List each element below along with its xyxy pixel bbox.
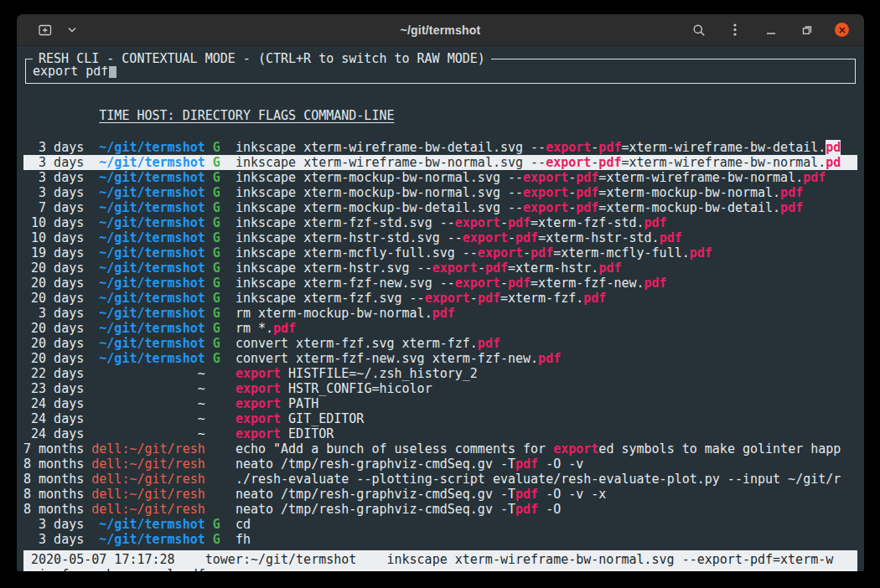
row-flag	[205, 381, 236, 396]
history-row[interactable]: 3 days ~/git/termshot G fh	[23, 532, 857, 547]
row-time: 24 days	[23, 411, 91, 426]
row-command-segment: inkscape xterm-hstr-std.svg --	[236, 230, 463, 245]
history-row[interactable]: 7 days ~/git/termshot G inkscape xterm-m…	[23, 200, 857, 215]
row-time: 8 months	[23, 502, 91, 517]
row-command-segment: export	[236, 381, 281, 396]
row-command-segment: pdf	[508, 276, 531, 291]
history-row[interactable]: 20 days ~/git/termshot G rm *.pdf	[23, 321, 857, 336]
row-time: 10 days	[23, 230, 91, 245]
row-flag: G	[205, 532, 236, 547]
history-row[interactable]: 24 days ~ export PATH	[23, 396, 857, 411]
row-host: ~/git/termshot	[91, 230, 204, 245]
row-command-segment: -	[500, 276, 508, 291]
row-flag	[205, 487, 236, 502]
history-row[interactable]: 8 months dell:~/git/resh neato /tmp/resh…	[23, 456, 857, 472]
titlebar-right-controls	[691, 22, 864, 39]
menu-button[interactable]	[727, 22, 743, 39]
row-command-segment: pdf	[598, 140, 621, 155]
minimize-button[interactable]	[763, 22, 779, 39]
row-command-segment: pdf	[538, 351, 561, 366]
history-row[interactable]: 3 days ~/git/termshot G inkscape xterm-w…	[23, 140, 857, 155]
close-button[interactable]	[835, 23, 849, 37]
row-command-segment: =xterm-wireframe-bw-normal.	[621, 155, 826, 170]
history-row[interactable]: 10 days ~/git/termshot G inkscape xterm-…	[23, 215, 857, 230]
row-command-segment: =xterm-fzf-std.	[531, 215, 644, 230]
history-list: 3 days ~/git/termshot G inkscape xterm-w…	[23, 140, 857, 547]
row-host: dell:~/git/resh	[91, 487, 204, 502]
tab-dropdown-button[interactable]	[64, 22, 80, 39]
row-command-segment: export	[546, 140, 591, 155]
row-time: 24 days	[23, 396, 91, 411]
row-flag: G	[205, 321, 236, 336]
row-command-segment: pdf	[531, 245, 553, 260]
row-flag: G	[205, 230, 236, 245]
row-time: 10 days	[23, 215, 91, 230]
row-flag: G	[205, 276, 236, 291]
row-flag: G	[205, 351, 236, 366]
history-row[interactable]: 3 days ~/git/termshot G inkscape xterm-m…	[23, 185, 857, 200]
row-host: ~	[91, 381, 204, 396]
row-flag: G	[205, 200, 236, 215]
row-command-segment: convert xterm-fzf.svg xterm-fzf.	[236, 336, 478, 351]
row-flag	[205, 366, 236, 381]
row-host: dell:~/git/resh	[91, 502, 204, 517]
row-time: 3 days	[23, 155, 91, 170]
history-row[interactable]: 20 days ~/git/termshot G inkscape xterm-…	[23, 291, 857, 306]
row-time: 3 days	[23, 140, 91, 155]
row-flag	[205, 456, 236, 472]
kebab-menu-icon	[733, 23, 737, 36]
titlebar[interactable]: ~/git/termshot	[17, 14, 864, 46]
row-command-segment: pdf	[598, 260, 621, 276]
history-row[interactable]: 8 months dell:~/git/resh neato /tmp/resh…	[23, 502, 857, 517]
row-command-segment: =xterm-wireframe-bw-detail.	[621, 140, 826, 155]
history-row[interactable]: 23 days ~ export HSTR_CONFIG=hicolor	[23, 381, 857, 396]
row-host: ~/git/termshot	[91, 185, 204, 200]
history-row[interactable]: 20 days ~/git/termshot G convert xterm-f…	[23, 336, 857, 351]
row-command-segment: inkscape xterm-hstr.svg --	[236, 260, 432, 276]
history-row[interactable]: 3 days ~/git/termshot G inkscape xterm-w…	[23, 155, 857, 170]
terminal-screen[interactable]: RESH CLI - CONTEXTUAL MODE - (CTRL+R to …	[17, 46, 864, 571]
history-row[interactable]: 7 months dell:~/git/resh echo "Add a bun…	[23, 441, 857, 456]
row-time: 20 days	[23, 336, 91, 351]
restore-button[interactable]	[799, 22, 815, 39]
row-command-segment: inkscape xterm-mcfly-full.svg --	[236, 245, 478, 260]
new-tab-button[interactable]	[37, 22, 54, 39]
history-row[interactable]: 20 days ~/git/termshot G inkscape xterm-…	[23, 276, 857, 291]
history-row[interactable]: 3 days ~/git/termshot G rm xterm-mockup-…	[23, 306, 857, 321]
history-row[interactable]: 10 days ~/git/termshot G inkscape xterm-…	[23, 230, 857, 245]
row-flag: G	[205, 140, 236, 155]
history-row[interactable]: 24 days ~ export GIT_EDITOR	[23, 411, 857, 426]
row-host: ~/git/termshot	[91, 532, 204, 547]
history-row[interactable]: 20 days ~/git/termshot G inkscape xterm-…	[23, 260, 857, 276]
row-command-segment: -O -v -x	[538, 487, 606, 502]
row-command-segment: export	[236, 411, 281, 426]
history-row[interactable]: 20 days ~/git/termshot G convert xterm-f…	[23, 351, 857, 366]
row-command-segment: export	[523, 185, 568, 200]
history-row[interactable]: 8 months dell:~/git/resh ./resh-evaluate…	[23, 472, 857, 487]
row-time: 8 months	[23, 487, 91, 502]
row-host: dell:~/git/resh	[91, 472, 204, 487]
search-button[interactable]	[691, 22, 707, 39]
row-flag	[205, 411, 236, 426]
row-command-segment: echo "Add a bunch of useless comments fo…	[236, 441, 553, 456]
history-row[interactable]: 3 days ~/git/termshot G cd	[23, 517, 857, 532]
row-command-segment: -	[568, 170, 576, 185]
row-host: ~	[91, 366, 204, 381]
row-command-segment: neato /tmp/resh-graphviz-cmdSeq.gv -T	[236, 487, 515, 502]
row-command-segment: export	[523, 200, 568, 215]
row-time: 3 days	[23, 532, 91, 547]
row-command-segment: cd	[236, 517, 251, 532]
history-row[interactable]: 8 months dell:~/git/resh neato /tmp/resh…	[23, 487, 857, 502]
row-command-segment: export	[546, 155, 591, 170]
history-row[interactable]: 3 days ~/git/termshot G inkscape xterm-m…	[23, 170, 857, 185]
history-row[interactable]: 19 days ~/git/termshot G inkscape xterm-…	[23, 245, 857, 260]
row-command-segment: pdf	[478, 336, 500, 351]
text-cursor	[109, 64, 116, 78]
history-row[interactable]: 24 days ~ export EDITOR	[23, 426, 857, 441]
row-flag: G	[205, 260, 236, 276]
row-command-segment: export	[455, 215, 500, 230]
row-command-segment: neato /tmp/resh-graphviz-cmdSeq.gv -T	[236, 456, 515, 472]
row-time: 8 months	[23, 472, 91, 487]
minimize-icon	[765, 24, 777, 36]
history-row[interactable]: 22 days ~ export HISTFILE=~/.zsh_history…	[23, 366, 857, 381]
